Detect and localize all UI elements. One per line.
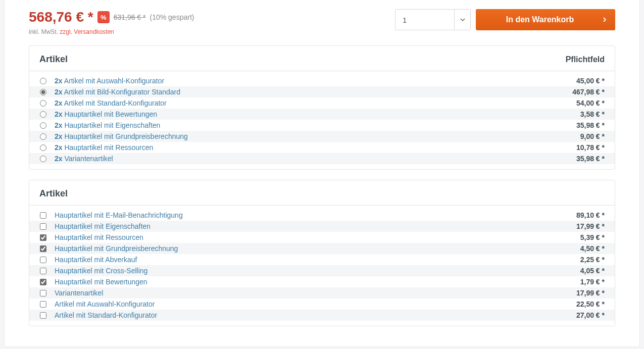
config-option-row[interactable]: 2x Hauptartikel mit Grundpreisberechnung… bbox=[29, 131, 615, 142]
row-input bbox=[34, 268, 52, 274]
tax-prefix: inkl. MwSt. bbox=[29, 28, 60, 35]
option-name: Hauptartikel mit Eigenschaften bbox=[63, 121, 161, 129]
option-label: 2x Artikel mit Auswahl-Konfigurator bbox=[52, 77, 576, 85]
addon-checkbox[interactable] bbox=[40, 223, 46, 230]
add-to-cart-label: In den Warenkorb bbox=[506, 15, 574, 24]
addon-checkbox[interactable] bbox=[40, 212, 46, 219]
config-addon-row[interactable]: Hauptartikel mit Eigenschaften17,99 € * bbox=[29, 221, 615, 232]
option-name: Artikel mit Auswahl-Konfigurator bbox=[63, 77, 165, 85]
addon-checkbox[interactable] bbox=[40, 268, 46, 274]
option-qty: 2x bbox=[55, 155, 63, 163]
config-addon-row[interactable]: Variantenartikel17,99 € * bbox=[29, 287, 615, 298]
buybox: 568,76 € * % 631,96 € * (10% gespart) in… bbox=[5, 0, 639, 45]
config-addon-row[interactable]: Hauptartikel mit E-Mail-Benachrichtigung… bbox=[29, 210, 615, 221]
price-block: 568,76 € * % 631,96 € * (10% gespart) in… bbox=[29, 9, 194, 35]
row-input bbox=[34, 234, 52, 241]
panel-header: Artikel bbox=[29, 180, 615, 206]
config-addon-row[interactable]: Hauptartikel mit Cross-Selling4,05 € * bbox=[29, 265, 615, 276]
row-input bbox=[34, 89, 52, 95]
addon-checkbox[interactable] bbox=[40, 279, 46, 285]
option-price: 35,98 € * bbox=[576, 155, 605, 163]
addon-checkbox[interactable] bbox=[40, 234, 46, 241]
option-label: 2x Artikel mit Standard-Konfigurator bbox=[52, 99, 576, 107]
option-name: Hauptartikel mit Ressourcen bbox=[63, 143, 154, 152]
config-option-row[interactable]: 2x Hauptartikel mit Ressourcen10,78 € * bbox=[29, 142, 615, 153]
option-radio[interactable] bbox=[40, 122, 46, 129]
option-radio[interactable] bbox=[40, 133, 46, 140]
quantity-select[interactable]: 1 bbox=[395, 9, 471, 30]
panel-title: Artikel bbox=[39, 54, 68, 65]
addon-label: Hauptartikel mit Eigenschaften bbox=[52, 222, 576, 230]
row-input bbox=[34, 245, 52, 252]
option-name: Hauptartikel mit Grundpreisberechnung bbox=[63, 132, 188, 140]
config-panel-required: Artikel Pflichtfeld 2x Artikel mit Auswa… bbox=[29, 45, 615, 170]
option-radio[interactable] bbox=[40, 89, 46, 95]
option-qty: 2x bbox=[55, 99, 63, 107]
addon-price: 1,79 € * bbox=[580, 278, 605, 286]
addon-label: Artikel mit Auswahl-Konfigurator bbox=[52, 300, 576, 308]
config-option-row[interactable]: 2x Artikel mit Standard-Konfigurator54,0… bbox=[29, 97, 615, 109]
row-input bbox=[34, 78, 52, 84]
option-radio[interactable] bbox=[40, 156, 46, 162]
option-name: Artikel mit Standard-Konfigurator bbox=[63, 99, 167, 107]
shipping-costs-link[interactable]: zzgl. Versandkosten bbox=[60, 28, 114, 35]
option-label: 2x Hauptartikel mit Ressourcen bbox=[52, 143, 576, 152]
config-addon-row[interactable]: Hauptartikel mit Grundpreisberechnung4,5… bbox=[29, 243, 615, 254]
panel-title: Artikel bbox=[39, 188, 68, 199]
option-qty: 2x bbox=[55, 110, 63, 118]
row-input bbox=[34, 122, 52, 129]
config-addon-row[interactable]: Hauptartikel mit Abverkauf2,25 € * bbox=[29, 254, 615, 265]
row-input bbox=[34, 111, 52, 118]
option-price: 54,00 € * bbox=[576, 99, 605, 107]
row-input bbox=[34, 100, 52, 107]
option-radio[interactable] bbox=[40, 78, 46, 84]
add-to-cart-button[interactable]: In den Warenkorb bbox=[476, 9, 615, 30]
option-price: 467,98 € * bbox=[572, 88, 605, 96]
panel2-rows: Hauptartikel mit E-Mail-Benachrichtigung… bbox=[29, 210, 615, 326]
addon-checkbox[interactable] bbox=[40, 301, 46, 308]
row-input bbox=[34, 133, 52, 140]
config-addon-row[interactable]: Hauptartikel mit Bewertungen1,79 € * bbox=[29, 276, 615, 287]
config-option-row[interactable]: 2x Hauptartikel mit Bewertungen3,58 € * bbox=[29, 109, 615, 120]
option-name: Artikel mit Bild-Konfigurator Standard bbox=[63, 88, 180, 96]
option-price: 3,58 € * bbox=[580, 110, 605, 118]
config-addon-row[interactable]: Hauptartikel mit Ressourcen5,39 € * bbox=[29, 232, 615, 243]
option-price: 35,98 € * bbox=[576, 121, 605, 129]
addon-checkbox[interactable] bbox=[40, 257, 46, 263]
panel-required-label: Pflichtfeld bbox=[566, 55, 605, 64]
addon-label: Hauptartikel mit Ressourcen bbox=[52, 233, 580, 241]
config-option-row[interactable]: 2x Hauptartikel mit Eigenschaften35,98 €… bbox=[29, 120, 615, 131]
config-option-row[interactable]: 2x Artikel mit Auswahl-Konfigurator45,00… bbox=[29, 75, 615, 86]
addon-checkbox[interactable] bbox=[40, 290, 46, 296]
option-radio[interactable] bbox=[40, 100, 46, 107]
option-label: 2x Artikel mit Bild-Konfigurator Standar… bbox=[52, 88, 572, 96]
row-input bbox=[34, 257, 52, 263]
addon-price: 2,25 € * bbox=[580, 256, 605, 264]
config-addon-row[interactable]: Artikel mit Auswahl-Konfigurator22,50 € … bbox=[29, 298, 615, 310]
quantity-select-wrap: 1 bbox=[395, 9, 471, 30]
config-panel-optional: Artikel Hauptartikel mit E-Mail-Benachri… bbox=[29, 180, 615, 326]
addon-label: Hauptartikel mit E-Mail-Benachrichtigung bbox=[52, 211, 576, 219]
addon-checkbox[interactable] bbox=[40, 245, 46, 252]
option-radio[interactable] bbox=[40, 144, 46, 151]
option-label: 2x Hauptartikel mit Bewertungen bbox=[52, 110, 580, 118]
config-addon-row[interactable]: Artikel mit Standard-Konfigurator27,00 €… bbox=[29, 310, 615, 321]
option-radio[interactable] bbox=[40, 111, 46, 118]
row-input bbox=[34, 144, 52, 151]
addon-label: Variantenartikel bbox=[52, 289, 576, 297]
addon-label: Hauptartikel mit Cross-Selling bbox=[52, 267, 580, 275]
addon-price: 4,50 € * bbox=[580, 244, 605, 253]
addon-price: 89,10 € * bbox=[576, 211, 605, 219]
price-line: 568,76 € * % 631,96 € * (10% gespart) bbox=[29, 9, 194, 25]
addon-checkbox[interactable] bbox=[40, 312, 46, 319]
option-price: 9,00 € * bbox=[580, 132, 605, 140]
addon-price: 5,39 € * bbox=[580, 233, 605, 241]
discount-badge-icon: % bbox=[97, 11, 110, 23]
option-price: 45,00 € * bbox=[576, 77, 605, 85]
row-input bbox=[34, 312, 52, 319]
panel1-rows: 2x Artikel mit Auswahl-Konfigurator45,00… bbox=[29, 75, 615, 169]
config-option-row[interactable]: 2x Artikel mit Bild-Konfigurator Standar… bbox=[29, 86, 615, 97]
addon-price: 4,05 € * bbox=[580, 267, 605, 275]
option-label: 2x Variantenartikel bbox=[52, 155, 576, 163]
config-option-row[interactable]: 2x Variantenartikel35,98 € * bbox=[29, 153, 615, 164]
